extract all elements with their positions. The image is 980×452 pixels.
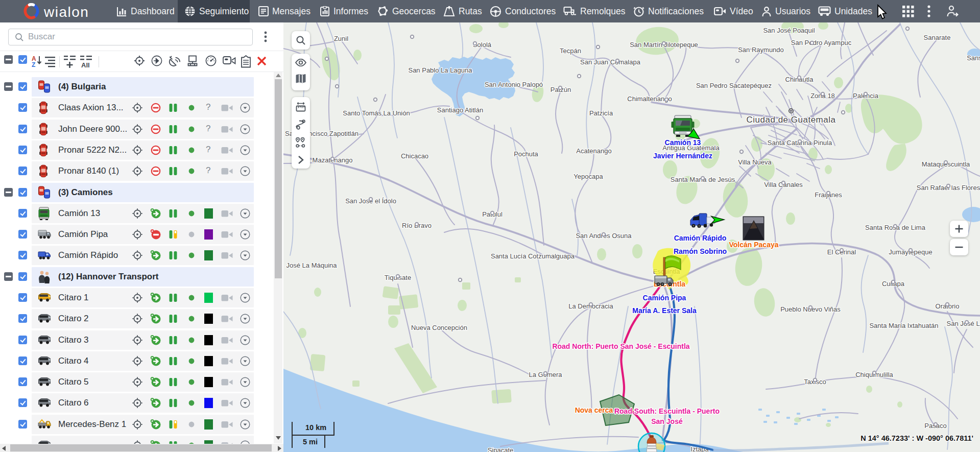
- svg-text:Javier Hernández: Javier Hernández: [653, 152, 712, 160]
- svg-text:Zunil: Zunil: [334, 35, 348, 42]
- svg-text:San José: San José: [651, 417, 683, 425]
- svg-text:Nova cerca: Nova cerca: [575, 406, 613, 414]
- svg-text:All: All: [81, 61, 90, 68]
- svg-text:San Pedro Ayampuc: San Pedro Ayampuc: [791, 39, 852, 46]
- svg-text:María A. Ester Sala: María A. Ester Sala: [632, 306, 697, 315]
- svg-text:Ramón Sobrino: Ramón Sobrino: [674, 247, 727, 255]
- svg-text:Santa María Ixtahuatán: Santa María Ixtahuatán: [869, 322, 938, 329]
- svg-text:San Antonio Palopó: San Antonio Palopó: [485, 81, 543, 88]
- svg-text:Camión Rápido: Camión Rápido: [674, 234, 727, 242]
- svg-text:Villa Nueva: Villa Nueva: [738, 158, 772, 166]
- svg-text:Ciudad de Guatemala: Ciudad de Guatemala: [747, 115, 836, 125]
- svg-text:San Pablo La Laguna: San Pablo La Laguna: [408, 66, 472, 74]
- svg-text:Road North: Puerto San José -: Road North: Puerto San José - Escuintla: [552, 342, 689, 350]
- svg-text:Camión Pipa: Camión Pipa: [643, 294, 686, 302]
- svg-text:San Juan Comalapa: San Juan Comalapa: [580, 58, 641, 66]
- svg-text:Sipacate: Sipacate: [488, 446, 514, 452]
- svg-text:Santiago Atitlán: Santiago Atitlán: [437, 106, 483, 114]
- svg-text:José La Máquina: José La Máquina: [286, 261, 337, 269]
- svg-text:San Raymundo: San Raymundo: [738, 46, 784, 54]
- svg-text:Z: Z: [32, 61, 35, 67]
- svg-text:Tecpán: Tecpán: [560, 47, 581, 55]
- svg-text:Yepocapa: Yepocapa: [573, 173, 603, 180]
- svg-text:Nueva Concepción: Nueva Concepción: [411, 324, 467, 331]
- svg-text:San José Poaquil: San José Poaquil: [763, 27, 815, 34]
- svg-text:Chicacao: Chicacao: [401, 152, 428, 160]
- svg-text:Road South: Escuintla - Puerto: Road South: Escuintla - Puerto: [614, 407, 720, 415]
- svg-text:Santa Lucía Cotzumalguapa: Santa Lucía Cotzumalguapa: [491, 252, 575, 260]
- svg-text:Sans: Sans: [967, 54, 980, 62]
- svg-text:San Pedro Sacatepéquez: San Pedro Sacatepéquez: [696, 82, 772, 89]
- svg-text:Patzicía: Patzicía: [589, 109, 613, 117]
- svg-text:Camión 13: Camión 13: [665, 138, 701, 147]
- svg-text:Acatenango: Acatenango: [576, 147, 611, 155]
- svg-text:Santo Tomás La Unión: Santo Tomás La Unión: [343, 109, 410, 117]
- svg-text:Sanarate: Sanarate: [924, 34, 951, 41]
- svg-text:San José Las: San José Las: [947, 320, 980, 327]
- svg-text:Pochuta: Pochuta: [514, 150, 538, 158]
- svg-text:Volcán Pacaya: Volcán Pacaya: [729, 241, 778, 249]
